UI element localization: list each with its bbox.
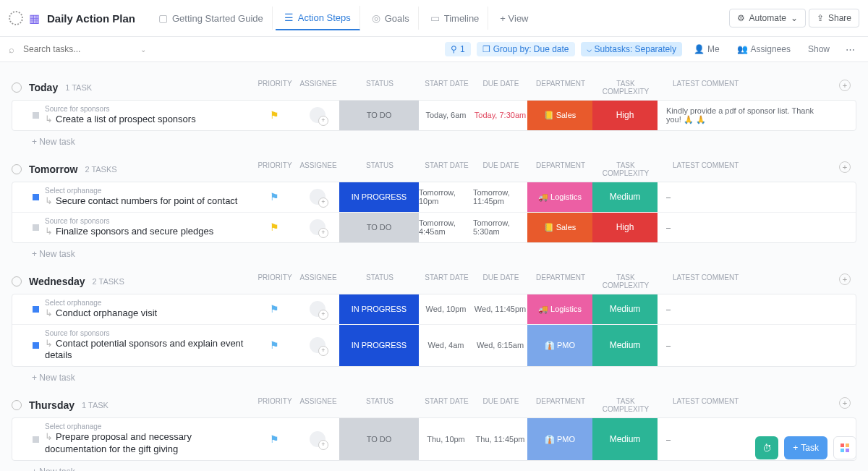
task-row[interactable]: Select orphanage ↳Secure contact numbers… xyxy=(12,182,856,213)
assignee-cell[interactable] xyxy=(296,418,339,460)
assignee-cell[interactable] xyxy=(296,182,339,212)
collapse-circle-icon[interactable] xyxy=(12,82,22,93)
tab-action-steps[interactable]: ☰Action Steps xyxy=(276,6,360,30)
status-square-icon[interactable] xyxy=(33,224,39,231)
priority-cell[interactable]: ⚑ xyxy=(252,294,296,324)
new-task-link[interactable]: + New task xyxy=(12,243,856,262)
start-date-cell[interactable]: Wed, 4am xyxy=(419,325,473,367)
tab-goals[interactable]: ◎Goals xyxy=(363,7,419,30)
department-cell[interactable]: 📒 Sales xyxy=(527,101,592,130)
start-date-cell[interactable]: Tomorrow, 4:45am xyxy=(419,213,473,242)
subtasks-pill[interactable]: ⌵Subtasks: Separately xyxy=(581,42,682,56)
share-button[interactable]: ⇪Share xyxy=(809,9,859,27)
new-task-link[interactable]: + New task xyxy=(12,367,856,386)
complexity-cell[interactable]: High xyxy=(592,213,658,242)
group-header[interactable]: Tomorrow 2 TASKS PRIORITY ASSIGNEE STATU… xyxy=(12,157,856,182)
assignee-cell[interactable] xyxy=(296,101,339,130)
assignees-pill[interactable]: 👥Assignees xyxy=(731,42,796,56)
new-task-link[interactable]: + New task xyxy=(12,131,856,150)
status-cell[interactable]: IN PROGRESS xyxy=(339,182,419,212)
status-square-icon[interactable] xyxy=(33,112,39,119)
start-date-cell[interactable]: Thu, 10pm xyxy=(419,418,473,460)
assignee-avatar-icon[interactable] xyxy=(310,431,326,447)
group-header[interactable]: Thursday 1 TASK PRIORITY ASSIGNEE STATUS… xyxy=(12,393,856,417)
filter-count-pill[interactable]: ⚲1 xyxy=(445,42,471,56)
priority-flag-icon[interactable]: ⚑ xyxy=(270,303,279,315)
timer-fab[interactable]: ⏱ xyxy=(755,436,778,459)
due-date-cell[interactable]: Wed, 11:45pm xyxy=(473,294,527,324)
department-cell[interactable]: 🚚 Logistics xyxy=(527,182,592,212)
department-cell[interactable]: 🚚 Logistics xyxy=(527,294,592,324)
due-date-cell[interactable]: Thu, 11:45pm xyxy=(473,418,527,460)
status-square-icon[interactable] xyxy=(33,306,39,313)
due-date-cell[interactable]: Wed, 6:15am xyxy=(473,325,527,367)
collapse-circle-icon[interactable] xyxy=(12,164,22,174)
complexity-cell[interactable]: Medium xyxy=(592,418,658,460)
assignee-cell[interactable] xyxy=(296,325,339,367)
assignee-cell[interactable] xyxy=(296,294,339,324)
priority-cell[interactable]: ⚑ xyxy=(252,418,296,460)
start-date-cell[interactable]: Today, 6am xyxy=(419,101,473,130)
add-column-icon[interactable]: + xyxy=(839,161,851,173)
task-row[interactable]: Select orphanage ↳Prepare proposal and n… xyxy=(12,418,856,460)
priority-flag-icon[interactable]: ⚑ xyxy=(270,433,279,445)
priority-cell[interactable]: ⚑ xyxy=(252,182,296,212)
due-date-cell[interactable]: Tomorrow, 11:45pm xyxy=(473,182,527,212)
complexity-cell[interactable]: Medium xyxy=(592,294,658,324)
priority-cell[interactable]: ⚑ xyxy=(252,325,296,367)
task-row[interactable]: Select orphanage ↳Conduct orphanage visi… xyxy=(12,294,856,325)
status-cell[interactable]: TO DO xyxy=(339,213,419,242)
new-task-fab[interactable]: +Task xyxy=(784,436,827,459)
tab-getting-started[interactable]: ▢Getting Started Guide xyxy=(150,7,273,30)
add-column-icon[interactable]: + xyxy=(839,273,851,285)
complexity-cell[interactable]: Medium xyxy=(592,325,658,367)
priority-flag-icon[interactable]: ⚑ xyxy=(270,339,279,351)
department-cell[interactable]: 👔 PMO xyxy=(527,325,592,367)
assignee-avatar-icon[interactable] xyxy=(310,337,326,353)
add-column-icon[interactable]: + xyxy=(839,397,851,409)
department-cell[interactable]: 📒 Sales xyxy=(527,213,592,242)
due-date-cell[interactable]: Tomorrow, 5:30am xyxy=(473,213,527,242)
search-input[interactable] xyxy=(20,41,135,57)
show-pill[interactable]: Show xyxy=(802,42,835,56)
collapse-circle-icon[interactable] xyxy=(12,400,22,410)
assignee-avatar-icon[interactable] xyxy=(310,107,326,123)
group-header[interactable]: Today 1 TASK PRIORITY ASSIGNEE STATUS ST… xyxy=(12,75,856,100)
add-view-button[interactable]: + View xyxy=(491,7,537,30)
status-cell[interactable]: TO DO xyxy=(339,418,419,460)
assignee-avatar-icon[interactable] xyxy=(310,301,326,317)
add-column-icon[interactable]: + xyxy=(839,80,851,91)
new-task-link[interactable]: + New task xyxy=(12,461,856,471)
task-row[interactable]: Source for sponsors ↳Create a list of pr… xyxy=(12,101,856,130)
status-square-icon[interactable] xyxy=(33,194,39,200)
group-by-pill[interactable]: ❐Group by: Due date xyxy=(477,42,575,56)
collapse-circle-icon[interactable] xyxy=(12,276,22,287)
status-cell[interactable]: IN PROGRESS xyxy=(339,294,419,324)
complexity-cell[interactable]: High xyxy=(592,101,658,130)
start-date-cell[interactable]: Wed, 10pm xyxy=(419,294,473,324)
priority-cell[interactable]: ⚑ xyxy=(252,101,296,130)
task-row[interactable]: Source for sponsors ↳Contact potential s… xyxy=(12,325,856,367)
priority-cell[interactable]: ⚑ xyxy=(252,213,296,242)
group-header[interactable]: Wednesday 2 TASKS PRIORITY ASSIGNEE STAT… xyxy=(12,269,856,294)
priority-flag-icon[interactable]: ⚑ xyxy=(270,221,279,233)
automate-button[interactable]: ⚙Automate⌄ xyxy=(729,9,806,27)
assignee-cell[interactable] xyxy=(296,213,339,242)
tab-timeline[interactable]: ▭Timeline xyxy=(422,7,489,30)
department-cell[interactable]: 👔 PMO xyxy=(527,418,592,460)
apps-fab[interactable] xyxy=(833,436,856,459)
task-row[interactable]: Source for sponsors ↳Finalize sponsors a… xyxy=(12,213,856,242)
priority-flag-icon[interactable]: ⚑ xyxy=(270,191,279,203)
priority-flag-icon[interactable]: ⚑ xyxy=(270,109,279,121)
status-cell[interactable]: TO DO xyxy=(339,101,419,130)
me-pill[interactable]: 👤Me xyxy=(688,42,726,56)
complexity-cell[interactable]: Medium xyxy=(592,182,658,212)
assignee-avatar-icon[interactable] xyxy=(310,219,326,235)
status-square-icon[interactable] xyxy=(33,342,39,349)
due-date-cell[interactable]: Today, 7:30am xyxy=(473,101,527,130)
status-square-icon[interactable] xyxy=(33,436,39,443)
app-logo-icon[interactable] xyxy=(9,11,23,25)
assignee-avatar-icon[interactable] xyxy=(310,189,326,205)
more-icon[interactable]: ⋯ xyxy=(841,44,859,55)
status-cell[interactable]: IN PROGRESS xyxy=(339,325,419,367)
